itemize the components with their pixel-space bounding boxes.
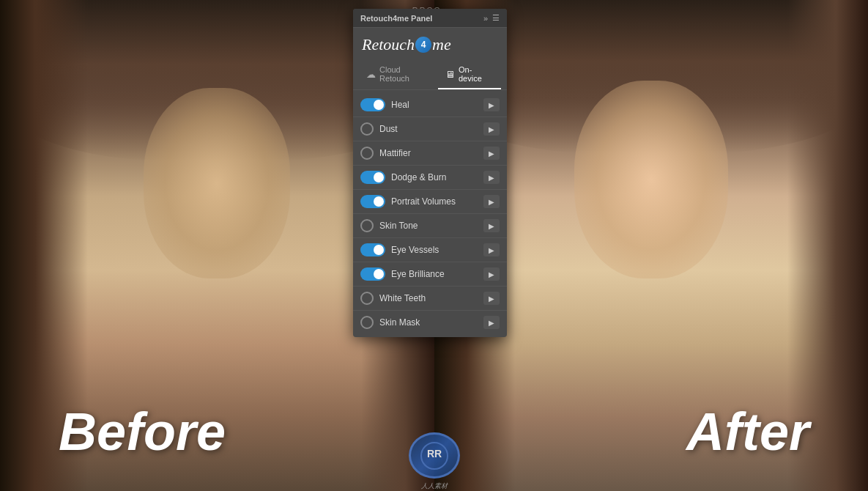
feature-arrow-4[interactable]: ▶ (483, 195, 500, 208)
watermark: RR 人人素材 (357, 432, 511, 491)
monitor-icon: 🖥 (445, 69, 455, 80)
feature-name-5: Skin Tone (379, 221, 478, 231)
radio-mattifier[interactable] (360, 147, 374, 160)
tab-ondevice[interactable]: 🖥 On-device (438, 60, 501, 89)
feature-row-heal: Heal▶ (353, 93, 507, 117)
logo-text-part2: me (432, 35, 451, 54)
toggle-eye-brilliance[interactable] (360, 267, 385, 281)
feature-row-eye-brilliance: Eye Brilliance▶ (353, 262, 507, 287)
tab-cloud-label: Cloud Retouch (379, 65, 431, 83)
toggle-eye-vessels[interactable] (360, 243, 385, 256)
feature-arrow-7[interactable]: ▶ (483, 267, 500, 281)
tab-ondevice-label: On-device (459, 65, 494, 83)
feature-row-eye-vessels: Eye Vessels▶ (353, 238, 507, 262)
logo-circle: 4 (415, 37, 431, 53)
toggle-portrait-volumes[interactable] (360, 195, 385, 208)
cloud-icon: ☁ (366, 69, 376, 80)
feature-name-0: Heal (391, 100, 478, 110)
feature-name-8: White Teeth (379, 293, 478, 303)
feature-row-skin-tone: Skin Tone▶ (353, 214, 507, 238)
radio-dust[interactable] (360, 122, 374, 136)
radio-skin-mask[interactable] (360, 316, 374, 329)
feature-arrow-9[interactable]: ▶ (483, 316, 500, 329)
after-label: After (686, 402, 809, 462)
panel-titlebar: Retouch4me Panel » ☰ (353, 9, 507, 28)
toggle-dodge-&-burn[interactable] (360, 171, 385, 184)
toggle-heal[interactable] (360, 98, 385, 111)
feature-row-white-teeth: White Teeth▶ (353, 287, 507, 311)
feature-row-dodge-&-burn: Dodge & Burn▶ (353, 166, 507, 190)
feature-name-7: Eye Brilliance (391, 269, 478, 279)
feature-row-dust: Dust▶ (353, 117, 507, 141)
feature-arrow-2[interactable]: ▶ (483, 147, 500, 160)
feature-row-skin-mask: Skin Mask▶ (353, 311, 507, 334)
feature-name-3: Dodge & Burn (391, 172, 478, 182)
feature-name-6: Eye Vessels (391, 245, 478, 255)
feature-arrow-1[interactable]: ▶ (483, 122, 500, 136)
feature-name-1: Dust (379, 124, 478, 134)
panel-title: Retouch4me Panel (360, 14, 432, 23)
feature-list: Heal▶Dust▶Mattifier▶Dodge & Burn▶Portrai… (353, 90, 507, 337)
feature-name-4: Portrait Volumes (391, 196, 478, 207)
feature-name-2: Mattifier (379, 148, 478, 158)
tab-row: ☁ Cloud Retouch 🖥 On-device (353, 60, 507, 90)
panel-menu-icon[interactable]: ☰ (492, 13, 500, 23)
tab-cloud[interactable]: ☁ Cloud Retouch (359, 60, 438, 89)
before-label: Before (59, 402, 226, 462)
logo-text-part1: Retouch (362, 35, 415, 54)
watermark-text: 人人素材 (421, 481, 448, 491)
feature-name-9: Skin Mask (379, 317, 478, 328)
retouch-panel: Retouch4me Panel » ☰ Retouch 4 me ☁ Clou… (353, 9, 507, 337)
feature-row-mattifier: Mattifier▶ (353, 141, 507, 166)
feature-arrow-8[interactable]: ▶ (483, 292, 500, 305)
panel-expand-icon[interactable]: » (483, 14, 488, 23)
svg-text:RR: RR (426, 448, 441, 459)
feature-arrow-3[interactable]: ▶ (483, 171, 500, 184)
feature-row-portrait-volumes: Portrait Volumes▶ (353, 190, 507, 214)
feature-arrow-0[interactable]: ▶ (483, 98, 500, 111)
panel-titlebar-icons: » ☰ (483, 13, 500, 23)
radio-skin-tone[interactable] (360, 219, 374, 232)
radio-white-teeth[interactable] (360, 292, 374, 305)
feature-arrow-5[interactable]: ▶ (483, 219, 500, 232)
watermark-logo: RR (409, 432, 460, 479)
feature-arrow-6[interactable]: ▶ (483, 243, 500, 256)
logo-area: Retouch 4 me (353, 28, 507, 60)
